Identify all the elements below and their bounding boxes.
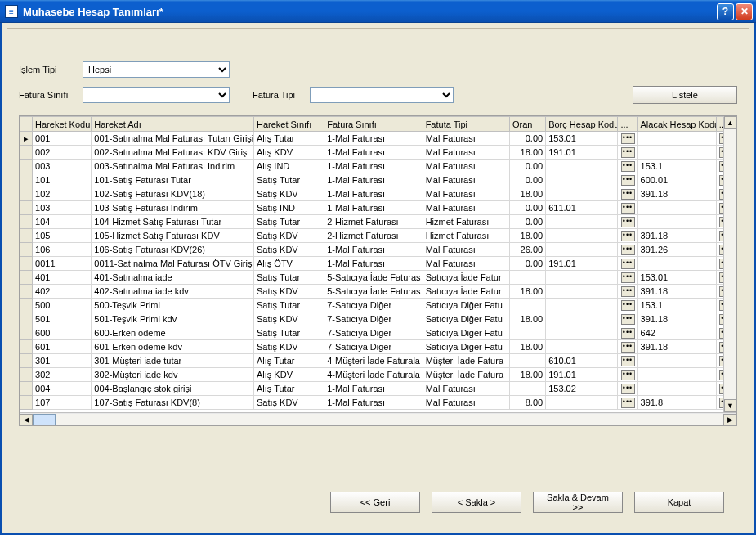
cell-borc-picker[interactable]: •••	[618, 368, 637, 382]
ellipsis-icon[interactable]: •••	[621, 272, 635, 283]
kapat-button[interactable]: Kapat	[634, 492, 724, 513]
cell-ftipi[interactable]: Satıcıya İade Fatur	[423, 285, 509, 299]
horizontal-scrollbar[interactable]: ◀ ▶	[20, 412, 736, 425]
cell-kod[interactable]: 501	[33, 312, 92, 326]
col-hareket-kodu[interactable]: Hareket Kodu	[33, 117, 92, 132]
cell-adi[interactable]: 302-Müşteri iade kdv	[92, 368, 254, 382]
cell-fsinif[interactable]: 1-Mal Faturası	[324, 160, 423, 173]
cell-adi[interactable]: 004-Başlangıç stok girişi	[92, 382, 254, 396]
cell-alacak[interactable]: 391.26	[637, 243, 716, 257]
cell-adi[interactable]: 001-Satınalma Mal Faturası Tutarı Girişi	[92, 132, 254, 146]
row-header[interactable]	[20, 326, 33, 340]
cell-sinif[interactable]: Satış Tutar	[253, 326, 324, 340]
cell-borc[interactable]	[546, 243, 618, 257]
cell-borc[interactable]	[546, 285, 618, 299]
cell-ftipi[interactable]: Mal Faturası	[423, 160, 509, 173]
ellipsis-icon[interactable]: •••	[621, 217, 635, 227]
cell-borc[interactable]: 611.01	[546, 201, 618, 215]
col-borc-ellipsis[interactable]: ...	[618, 117, 637, 132]
cell-fsinif[interactable]: 1-Mal Faturası	[324, 132, 423, 146]
cell-oran[interactable]	[510, 354, 546, 368]
cell-borc[interactable]: 191.01	[546, 257, 618, 271]
cell-oran[interactable]: 8.00	[510, 396, 546, 410]
cell-ftipi[interactable]: Satıcıya Diğer Fatu	[423, 299, 509, 312]
cell-ftipi[interactable]: Satıcıya Diğer Fatu	[423, 326, 509, 340]
cell-borc-picker[interactable]: •••	[618, 312, 637, 326]
cell-kod[interactable]: 0011	[33, 257, 92, 271]
cell-sinif[interactable]: Satış KDV	[253, 187, 324, 201]
cell-ftipi[interactable]: Satıcıya İade Fatur	[423, 271, 509, 285]
cell-alacak[interactable]: 642	[637, 326, 716, 340]
table-row[interactable]: 501501-Teşvik Primi kdvSatış KDV7-Satıcı…	[20, 312, 736, 326]
row-header[interactable]	[20, 285, 33, 299]
cell-oran[interactable]: 18.00	[510, 229, 546, 243]
cell-kod[interactable]: 402	[33, 285, 92, 299]
cell-fsinif[interactable]: 5-Satıcıya İade Faturas	[324, 285, 423, 299]
cell-oran[interactable]: 0.00	[510, 215, 546, 229]
ellipsis-icon[interactable]: •••	[621, 259, 635, 269]
row-header[interactable]	[20, 215, 33, 229]
cell-fsinif[interactable]: 2-Hizmet Faturası	[324, 215, 423, 229]
col-hareket-adi[interactable]: Hareket Adı	[92, 117, 254, 132]
cell-fsinif[interactable]: 7-Satıcıya Diğer	[324, 299, 423, 312]
cell-oran[interactable]: 0.00	[510, 160, 546, 173]
cell-borc[interactable]	[546, 173, 618, 187]
cell-kod[interactable]: 105	[33, 229, 92, 243]
cell-adi[interactable]: 003-Satınalma Mal Faturası Indirim	[92, 160, 254, 173]
cell-borc[interactable]	[546, 187, 618, 201]
row-header[interactable]	[20, 229, 33, 243]
cell-kod[interactable]: 003	[33, 160, 92, 173]
cell-adi[interactable]: 106-Satış Faturası KDV(26)	[92, 243, 254, 257]
cell-alacak[interactable]	[637, 354, 716, 368]
cell-sinif[interactable]: Satış KDV	[253, 229, 324, 243]
cell-oran[interactable]: 26.00	[510, 243, 546, 257]
table-row[interactable]: 104104-Hizmet Satış Faturası TutarSatış …	[20, 215, 736, 229]
cell-adi[interactable]: 500-Teşvik Primi	[92, 299, 254, 312]
ellipsis-icon[interactable]: •••	[621, 328, 635, 339]
ellipsis-icon[interactable]: •••	[621, 231, 635, 241]
cell-kod[interactable]: 500	[33, 299, 92, 312]
cell-oran[interactable]: 18.00	[510, 285, 546, 299]
fatura-sinifi-combo[interactable]	[83, 87, 230, 103]
cell-alacak[interactable]: 391.18	[637, 312, 716, 326]
cell-ftipi[interactable]: Hizmet Faturası	[423, 215, 509, 229]
cell-oran[interactable]	[510, 299, 546, 312]
col-alacak-hesap[interactable]: Alacak Hesap Kodu	[637, 117, 716, 132]
cell-fsinif[interactable]: 7-Satıcıya Diğer	[324, 326, 423, 340]
cell-adi[interactable]: 101-Satış Faturası Tutar	[92, 173, 254, 187]
col-hareket-sinifi[interactable]: Hareket Sınıfı	[253, 117, 324, 132]
cell-alacak[interactable]	[637, 132, 716, 146]
row-header[interactable]	[20, 299, 33, 312]
cell-oran[interactable]: 18.00	[510, 340, 546, 354]
cell-borc-picker[interactable]: •••	[618, 146, 637, 160]
cell-adi[interactable]: 002-Satınalma Mal Faturası KDV Girişi	[92, 146, 254, 160]
table-row[interactable]: 102102-Satış Faturası KDV(18)Satış KDV1-…	[20, 187, 736, 201]
cell-adi[interactable]: 104-Hizmet Satış Faturası Tutar	[92, 215, 254, 229]
cell-adi[interactable]: 600-Erken ödeme	[92, 326, 254, 340]
cell-fsinif[interactable]: 1-Mal Faturası	[324, 396, 423, 410]
cell-borc[interactable]: 610.01	[546, 354, 618, 368]
listele-button[interactable]: Listele	[633, 86, 737, 104]
cell-fsinif[interactable]: 7-Satıcıya Diğer	[324, 340, 423, 354]
geri-button[interactable]: << Geri	[330, 492, 420, 513]
cell-adi[interactable]: 0011-Satınalma Mal Faturası ÖTV Girişi	[92, 257, 254, 271]
cell-ftipi[interactable]: Mal Faturası	[423, 201, 509, 215]
cell-sinif[interactable]: Satış KDV	[253, 396, 324, 410]
col-borc-hesap[interactable]: Borç Hesap Kodu	[546, 117, 618, 132]
row-header[interactable]	[20, 243, 33, 257]
cell-fsinif[interactable]: 1-Mal Faturası	[324, 382, 423, 396]
cell-borc-picker[interactable]: •••	[618, 354, 637, 368]
cell-adi[interactable]: 105-Hizmet Satış Faturası KDV	[92, 229, 254, 243]
col-fatura-tipi[interactable]: Fatuta Tipi	[423, 117, 509, 132]
cell-borc[interactable]	[546, 215, 618, 229]
ellipsis-icon[interactable]: •••	[621, 286, 635, 297]
cell-borc-picker[interactable]: •••	[618, 215, 637, 229]
cell-oran[interactable]	[510, 326, 546, 340]
cell-alacak[interactable]	[637, 215, 716, 229]
table-row[interactable]: 101101-Satış Faturası TutarSatış Tutar1-…	[20, 173, 736, 187]
cell-alacak[interactable]	[637, 257, 716, 271]
table-row[interactable]: 105105-Hizmet Satış Faturası KDVSatış KD…	[20, 229, 736, 243]
cell-sinif[interactable]: Alış ÖTV	[253, 257, 324, 271]
cell-borc-picker[interactable]: •••	[618, 201, 637, 215]
cell-ftipi[interactable]: Mal Faturası	[423, 132, 509, 146]
